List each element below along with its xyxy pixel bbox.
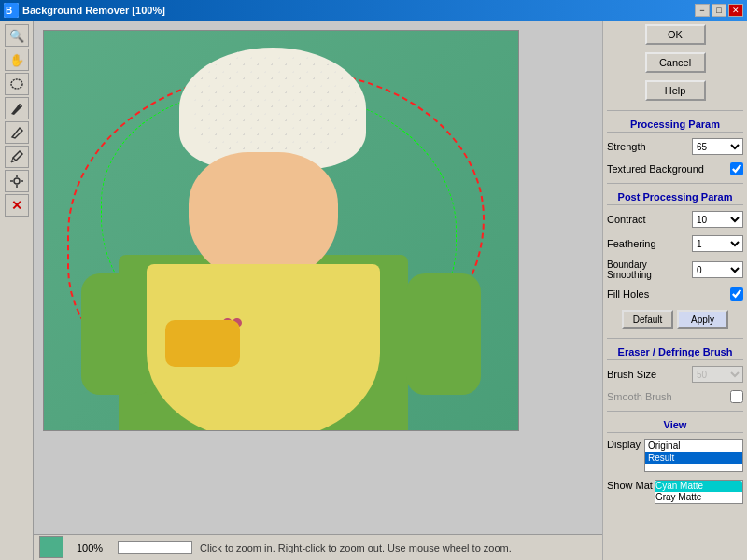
textured-bg-label: Textured Background xyxy=(607,163,728,175)
fill-holes-checkbox[interactable] xyxy=(730,287,743,301)
separator-3 xyxy=(607,338,743,339)
show-mat-select[interactable]: Cyan Matte Gray Matte xyxy=(655,481,742,503)
feathering-row: Feathering 1 0 2 3 4 5 xyxy=(607,235,743,252)
brush-size-select[interactable]: 50 10 20 30 40 60 xyxy=(692,366,743,383)
separator-2 xyxy=(607,183,743,184)
svg-text:B: B xyxy=(6,6,12,16)
feathering-label: Feathering xyxy=(607,238,690,249)
view-section-header: View xyxy=(607,417,743,433)
status-bar: 100% Click to zoom in. Right-click to zo… xyxy=(34,534,602,560)
brush-size-row: Brush Size 50 10 20 30 40 60 xyxy=(607,366,743,383)
textured-bg-checkbox[interactable] xyxy=(730,162,743,175)
smooth-brush-label: Smooth Brush xyxy=(607,391,728,402)
status-hint: Click to zoom in. Right-click to zoom ou… xyxy=(200,542,512,553)
display-original[interactable]: Original xyxy=(645,440,742,452)
display-row: Display Original Result xyxy=(607,439,743,472)
thumbnail xyxy=(39,536,63,558)
display-label: Display xyxy=(607,439,642,450)
window-title: Background Remover [100%] xyxy=(22,5,695,16)
strength-row: Strength 65 50 55 60 70 75 80 xyxy=(607,138,743,155)
post-processing-param-header: Post Processing Param xyxy=(607,189,743,205)
title-bar: B Background Remover [100%] − □ ✕ xyxy=(0,0,747,21)
image-frame: ❤ xyxy=(43,30,519,431)
show-mat-row: Show Mat Cyan Matte Gray Matte xyxy=(607,480,743,504)
left-toolbar: 🔍 ✋ ✕ xyxy=(0,21,34,560)
boundary-sm-select[interactable]: 0 1 2 3 xyxy=(692,261,743,278)
textured-bg-row: Textured Background xyxy=(607,162,743,175)
separator-1 xyxy=(607,110,743,111)
hand-tool-btn[interactable]: ✋ xyxy=(5,49,29,71)
boundary-sm-row: Boundary Smoothing 0 1 2 3 xyxy=(607,259,743,280)
strength-label: Strength xyxy=(607,141,690,152)
svg-point-2 xyxy=(11,79,22,89)
maximize-button[interactable]: □ xyxy=(712,4,726,17)
minimize-button[interactable]: − xyxy=(695,4,710,17)
delete-btn[interactable]: ✕ xyxy=(5,194,29,217)
smooth-brush-checkbox[interactable] xyxy=(730,390,743,403)
action-buttons-2: Cancel xyxy=(607,52,743,73)
show-mat-label: Show Mat xyxy=(607,480,653,491)
image-content: ❤ xyxy=(44,31,518,430)
paint-brush-btn[interactable] xyxy=(5,121,29,144)
feathering-select[interactable]: 1 0 2 3 4 5 xyxy=(692,235,743,252)
help-button[interactable]: Help xyxy=(645,80,706,101)
apply-buttons: Default Apply xyxy=(607,310,743,329)
strength-select[interactable]: 65 50 55 60 70 75 80 xyxy=(692,138,743,155)
window-controls: − □ ✕ xyxy=(695,4,743,17)
cancel-button[interactable]: Cancel xyxy=(645,52,706,73)
fill-holes-row: Fill Holes xyxy=(607,287,743,301)
eraser-section-header: Eraser / Defringe Brush xyxy=(607,344,743,360)
brush-size-label: Brush Size xyxy=(607,369,690,380)
separator-4 xyxy=(607,411,743,412)
lasso-tool-btn[interactable] xyxy=(5,73,29,95)
window-body: 🔍 ✋ ✕ xyxy=(0,21,747,560)
right-panel: OK Cancel Help Processing Param Strength… xyxy=(602,21,747,560)
contract-label: Contract xyxy=(607,214,690,225)
progress-bar xyxy=(118,541,192,554)
show-mat-listbox[interactable]: Cyan Matte Gray Matte xyxy=(655,480,743,504)
display-listbox[interactable]: Original Result xyxy=(644,439,743,472)
apply-button[interactable]: Apply xyxy=(677,310,728,329)
action-buttons-3: Help xyxy=(607,80,743,101)
close-button[interactable]: ✕ xyxy=(728,4,743,17)
default-button[interactable]: Default xyxy=(622,310,673,329)
zoom-tool-btn[interactable]: 🔍 xyxy=(5,24,29,47)
canvas-area: ❤ 100% Click to zoom in. Right-click to … xyxy=(34,21,602,560)
contract-row: Contract 10 0 5 15 20 xyxy=(607,211,743,228)
eyedropper-btn[interactable] xyxy=(5,146,29,168)
svg-point-8 xyxy=(14,178,20,184)
boundary-sm-label: Boundary Smoothing xyxy=(607,259,690,280)
zoom-level: 100% xyxy=(77,542,110,553)
smooth-brush-row: Smooth Brush xyxy=(607,390,743,403)
app-icon: B xyxy=(4,3,19,18)
canvas-container[interactable]: ❤ xyxy=(34,21,602,534)
fill-holes-label: Fill Holes xyxy=(607,288,728,300)
brush-tool-btn[interactable] xyxy=(5,97,29,119)
processing-param-header: Processing Param xyxy=(607,117,743,133)
magic-wand-btn[interactable] xyxy=(5,170,29,192)
display-result[interactable]: Result xyxy=(645,452,742,464)
contract-select[interactable]: 10 0 5 15 20 xyxy=(692,211,743,228)
action-buttons: OK xyxy=(607,24,743,45)
ok-button[interactable]: OK xyxy=(645,24,706,45)
